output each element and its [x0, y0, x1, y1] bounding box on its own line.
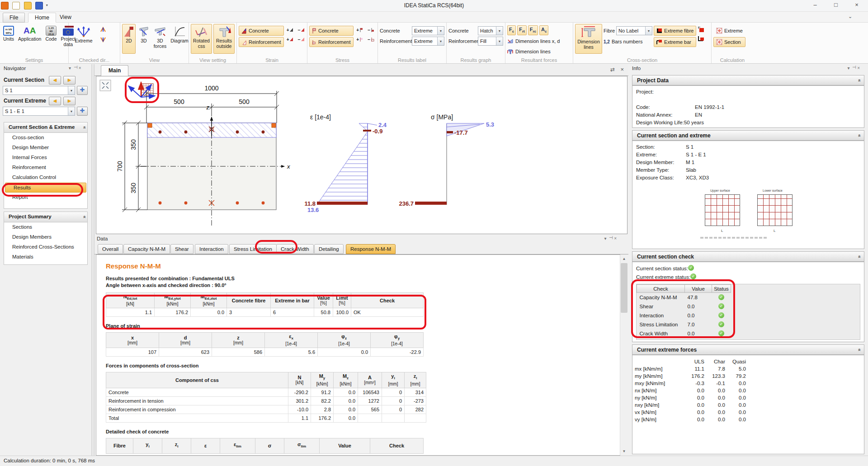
direction-plus-icon[interactable]	[98, 26, 108, 34]
fc-toggle[interactable]: Fc	[507, 25, 516, 35]
minimize-button[interactable]: –	[807, 0, 823, 11]
code-button[interactable]: 1,159025,8 Code	[44, 24, 58, 54]
results-label-reinforcement-select[interactable]: Extreme▼	[412, 37, 444, 46]
panel-menu-icon[interactable]: ▾	[604, 236, 608, 241]
stress-minus-concrete-icon[interactable]: −	[366, 26, 376, 34]
direction-minus-icon[interactable]	[98, 35, 108, 43]
calc-section-button[interactable]: Section	[713, 37, 745, 47]
pin-icon[interactable]: ⊤	[73, 65, 78, 71]
view-2d-button[interactable]: 2D	[122, 24, 136, 54]
sidebar-item-internal-forces[interactable]: Internal Forces	[4, 153, 87, 163]
results-label-concrete-select[interactable]: Extreme▼	[412, 26, 444, 35]
collapse-icon[interactable]: »	[81, 126, 87, 129]
extreme-bar-toggle[interactable]: Extreme bar	[654, 37, 696, 47]
results-graph-reinforcement-select[interactable]: Fill▼	[478, 37, 503, 46]
bars-numbers-button[interactable]: 1,2Bars numbers	[604, 37, 652, 47]
collapse-icon[interactable]: »	[856, 255, 862, 258]
tab-main[interactable]: Main	[101, 65, 128, 76]
sidebar-item-design-members[interactable]: Design Members	[4, 232, 87, 242]
ac-toggle[interactable]: Ac	[539, 25, 548, 35]
panel-close-icon[interactable]: ×	[79, 66, 83, 71]
current-section-extreme-header[interactable]: Current section and extreme»	[632, 130, 864, 141]
add-section-button[interactable]: ✚	[77, 86, 88, 95]
chevron-down-icon[interactable]: ▼	[645, 27, 652, 35]
collapse-icon[interactable]: »	[81, 216, 87, 218]
chevron-down-icon[interactable]: ▼	[68, 86, 75, 94]
dimension-lines-button[interactable]: Dimension lines	[507, 47, 560, 56]
scroll-down-icon[interactable]: ▼	[620, 447, 628, 455]
pin-icon[interactable]: ⊤	[609, 235, 613, 241]
zoom-extent-icon[interactable]	[100, 80, 111, 91]
add-extreme-button[interactable]: ✚	[77, 107, 88, 116]
sidebar-item-sections[interactable]: Sections	[4, 222, 87, 232]
sidebar-item-materials[interactable]: Materials	[4, 252, 87, 262]
pin-icon[interactable]: ⊤	[852, 65, 857, 71]
collapse-icon[interactable]: »	[856, 348, 862, 351]
extreme-fibre-alt-icon[interactable]	[698, 26, 705, 34]
collapse-icon[interactable]: »	[856, 134, 862, 137]
strain-concrete-toggle[interactable]: Concrete	[239, 26, 284, 36]
sidebar-item-calculation-control[interactable]: Calculation Control	[4, 173, 87, 183]
group-header[interactable]: Project Summary»	[4, 212, 87, 222]
tab-capacity-nmm[interactable]: Capacity N-M-M	[123, 244, 170, 254]
stress-minus-reinf-icon[interactable]: −	[366, 35, 376, 43]
view-diagram-button[interactable]: Diagram	[170, 24, 189, 54]
scrollbar-thumb[interactable]	[621, 263, 627, 313]
sidebar-item-report[interactable]: Report	[4, 193, 87, 202]
dimension-lines-big-button[interactable]: Dimension lines	[575, 24, 602, 54]
previous-section-button[interactable]: ◀	[49, 76, 61, 85]
sidebar-item-design-member[interactable]: Design Member	[4, 143, 87, 153]
scroll-up-icon[interactable]: ▲	[620, 255, 628, 263]
strain-reinforcement-toggle[interactable]: Reinforcement	[239, 37, 284, 47]
close-button[interactable]: ×	[849, 0, 864, 11]
tab-overall[interactable]: Overall	[98, 244, 123, 254]
tab-crack-width[interactable]: Crack Width	[276, 244, 314, 254]
rotated-css-button[interactable]: Rotated css	[191, 24, 212, 54]
results-graph-concrete-select[interactable]: Hatch▼	[478, 26, 503, 35]
group-header[interactable]: Current Section & Extreme»	[4, 122, 87, 133]
units-button[interactable]: m kNMPa Units	[2, 24, 15, 54]
drawing-canvas[interactable]: x z 1000 500 500 700 350 350	[96, 76, 627, 234]
strain-plus-concrete-icon[interactable]: +	[285, 26, 295, 34]
project-data-header[interactable]: Project Data»	[632, 75, 864, 85]
scrollbar[interactable]: ▲ ▼	[620, 255, 627, 455]
stress-plus-concrete-icon[interactable]: +	[355, 26, 365, 34]
current-section-select[interactable]: S 1▼	[3, 86, 75, 95]
results-outside-button[interactable]: Results outside	[213, 24, 235, 54]
tab-home[interactable]: Home	[28, 13, 56, 23]
chevron-down-icon[interactable]: ▼	[496, 37, 503, 45]
next-section-button[interactable]: ▶	[63, 76, 75, 85]
stress-reinforcement-toggle[interactable]: Reinforcement	[309, 37, 354, 47]
extreme-direction-button[interactable]: Extreme	[71, 24, 97, 54]
ribbon-collapse-icon[interactable]: ⌄	[848, 14, 852, 19]
panel-menu-icon[interactable]: ▾	[847, 66, 851, 71]
view-3d-forces-button[interactable]: 3D forces	[152, 24, 168, 54]
sidebar-item-results[interactable]: Results	[5, 183, 86, 193]
maximize-button[interactable]: □	[828, 0, 844, 11]
tab-detailing[interactable]: Detailing	[314, 244, 344, 254]
tab-shear[interactable]: Shear	[170, 244, 193, 254]
next-extreme-button[interactable]: ▶	[63, 97, 75, 105]
dimension-lines-xd-button[interactable]: Dimension lines x, d	[507, 37, 560, 46]
panel-close-icon[interactable]: ×	[614, 236, 618, 241]
tab-interaction[interactable]: Interaction	[195, 244, 228, 254]
arrange-windows-icon[interactable]: ⇄	[610, 66, 615, 73]
stress-plus-reinf-icon[interactable]: +	[355, 35, 365, 43]
tab-response-nmm[interactable]: Response N-M-M	[346, 244, 396, 254]
extreme-bar-alt-icon[interactable]	[698, 35, 705, 43]
calc-extreme-button[interactable]: Extreme	[713, 26, 745, 36]
collapse-icon[interactable]: »	[856, 79, 862, 82]
current-extreme-select[interactable]: S 1 - E 1▼	[3, 107, 75, 116]
current-extreme-forces-header[interactable]: Current extreme forces»	[632, 344, 864, 355]
tab-file[interactable]: File	[3, 13, 25, 23]
chevron-down-icon[interactable]: ▼	[68, 107, 75, 115]
frt-toggle[interactable]: Frt	[517, 25, 527, 35]
stress-concrete-toggle[interactable]: Concrete	[309, 26, 354, 36]
sidebar-item-reinforcement[interactable]: Reinforcement	[4, 163, 87, 173]
sidebar-item-cross-section[interactable]: Cross-section	[4, 133, 87, 143]
sidebar-item-reinforced-cross-sections[interactable]: Reinforced Cross-Sections	[4, 242, 87, 252]
panel-menu-icon[interactable]: ▾	[69, 66, 73, 71]
frc-toggle[interactable]: Frc	[528, 25, 538, 35]
tab-view[interactable]: View	[53, 13, 78, 23]
current-section-check-header[interactable]: Current section check»	[632, 251, 864, 262]
